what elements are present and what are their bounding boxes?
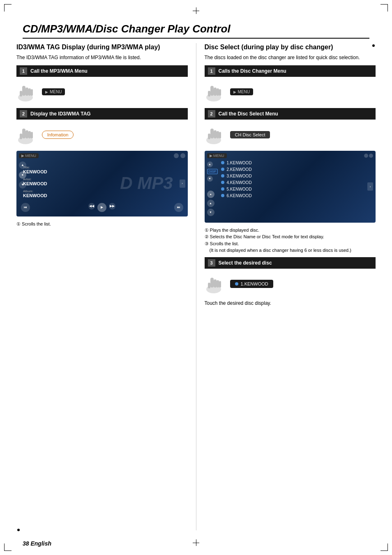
right-step1-label: Calls the Disc Changer Menu bbox=[219, 68, 286, 74]
disc-left-controls: ▲ DISP ▼ bbox=[207, 161, 218, 182]
corner-tl bbox=[4, 4, 12, 12]
svg-rect-16 bbox=[219, 89, 221, 96]
svg-rect-25 bbox=[210, 278, 214, 288]
mp3-ctrl-rew: ◀◀ bbox=[88, 203, 95, 210]
mp3-title-line: Title: KENWOOD bbox=[23, 166, 47, 174]
mp3-ctrl-ff: ▶▶ bbox=[109, 203, 115, 210]
disc-name-6: 6.KENWOOD bbox=[227, 193, 252, 198]
disc-top-icons bbox=[364, 154, 373, 158]
disc-item-6: 6.KENWOOD bbox=[219, 193, 365, 199]
svg-rect-10 bbox=[31, 132, 33, 138]
mp3-side-btn-2: ● bbox=[19, 171, 26, 179]
svg-rect-17 bbox=[208, 91, 210, 97]
disc-disp-badge: DISP bbox=[207, 169, 218, 174]
disc-btn-play: ● bbox=[207, 191, 214, 198]
mp3-side-btn-3: ▼ bbox=[19, 181, 26, 189]
svg-rect-3 bbox=[28, 88, 31, 96]
svg-rect-14 bbox=[214, 88, 217, 96]
svg-rect-11 bbox=[20, 134, 22, 139]
right-note-3b: (It is not displayed when a disc changer… bbox=[205, 247, 376, 254]
right-note-3-text: ③ Scrolls the list. bbox=[205, 240, 239, 247]
disc-item-2: 2.KENWOOD bbox=[219, 166, 365, 173]
left-step1-device: ▶ MENU bbox=[16, 80, 188, 104]
svg-rect-4 bbox=[31, 89, 33, 96]
left-step2-bar: 2 Display the ID3/WMA TAG bbox=[16, 108, 188, 120]
menu-pill-2: ▶ MENU bbox=[230, 88, 253, 95]
disc-menu-btn: ▶ MENU bbox=[207, 153, 227, 158]
svg-rect-27 bbox=[217, 280, 219, 288]
mp3-title-label: Title: bbox=[23, 166, 47, 169]
disc-btn-prev: ▲ bbox=[207, 200, 214, 207]
right-step1-bar: 1 Calls the Disc Changer Menu bbox=[205, 65, 376, 77]
mp3-artist-label: Artist: bbox=[23, 177, 47, 181]
mp3-menu-btn: ▶ MENU bbox=[19, 153, 39, 158]
main-content: ID3/WMA TAG Display (during MP3/WMA play… bbox=[16, 43, 376, 530]
right-step3-number: 3 bbox=[208, 259, 215, 267]
mp3-ctrl-play: ▶ bbox=[97, 203, 106, 212]
svg-rect-23 bbox=[208, 134, 210, 139]
left-step2-number: 2 bbox=[20, 110, 27, 117]
left-step2-device: Infomation bbox=[16, 123, 188, 147]
disc-item-5: 5.KENWOOD bbox=[219, 186, 365, 192]
corner-br bbox=[380, 543, 388, 551]
left-step2-label: Display the ID3/WMA TAG bbox=[30, 111, 91, 117]
mp3-side-btn-1: ▲ bbox=[19, 161, 26, 169]
disc-side-arrow: › bbox=[367, 182, 373, 191]
hand-icon-4 bbox=[205, 124, 225, 145]
svg-rect-22 bbox=[219, 132, 221, 138]
mp3-ctrl-next: ⏭ bbox=[174, 203, 183, 212]
right-step3-device: 1.KENWOOD bbox=[205, 272, 376, 296]
corner-bl bbox=[4, 543, 12, 551]
mp3-artist-value: KENWOOD bbox=[23, 181, 47, 186]
right-step3-label: Select the desired disc bbox=[219, 260, 272, 266]
mp3-top-bar: ▶ MENU bbox=[19, 153, 185, 158]
menu-label-1: MENU bbox=[50, 90, 62, 94]
svg-rect-21 bbox=[217, 131, 219, 138]
svg-rect-26 bbox=[214, 279, 217, 288]
mp3-album-value: KENWOOD bbox=[23, 193, 47, 198]
left-step1-control: ▶ MENU bbox=[42, 88, 65, 95]
right-note-3: ③ Scrolls the list. bbox=[205, 240, 376, 247]
disc-item-4: 4.KENWOOD bbox=[219, 180, 365, 186]
disc-bullet-5 bbox=[221, 187, 224, 191]
svg-rect-1 bbox=[22, 86, 25, 96]
right-note-2-text: ② Selects the Disc Name or Disc Text mod… bbox=[205, 233, 324, 240]
right-step2-bar: 2 Call the Disc Select Menu bbox=[205, 108, 376, 120]
disc-name-2: 2.KENWOOD bbox=[227, 167, 252, 172]
disc-top-bar: ▶ MENU bbox=[207, 153, 374, 158]
left-notes: ① Scrolls the list. bbox=[16, 221, 188, 228]
svg-rect-2 bbox=[25, 88, 28, 96]
right-step2-label: Call the Disc Select Menu bbox=[219, 111, 278, 117]
hand-icon-5 bbox=[205, 274, 225, 294]
hand-icon-3 bbox=[205, 82, 225, 102]
disc-list: 1.KENWOOD 2.KENWOOD 3.KENWOOD 4.KENWOOD bbox=[219, 160, 365, 199]
svg-rect-15 bbox=[217, 88, 219, 96]
disc-screen-mockup: ▶ MENU ▲ DISP ▼ ● ▲ ▼ bbox=[205, 151, 376, 223]
right-section-title: Disc Select (during play by disc changer… bbox=[205, 43, 376, 51]
info-pill: Infomation bbox=[42, 131, 74, 139]
right-step2-number: 2 bbox=[208, 110, 215, 117]
mp3-screen: ▶ MENU Title: KENWOOD Artist: KE bbox=[19, 153, 185, 214]
left-step1-number: 1 bbox=[20, 67, 27, 75]
svg-rect-29 bbox=[208, 283, 210, 288]
mp3-title-value: KENWOOD bbox=[23, 169, 47, 174]
disc-bullet-6 bbox=[221, 194, 224, 197]
right-column: Disc Select (during play by disc changer… bbox=[196, 43, 376, 530]
disc-name-1: 1.KENWOOD bbox=[227, 161, 252, 165]
mp3-icon-1 bbox=[174, 153, 179, 158]
crosshair-bottom-icon bbox=[193, 539, 199, 546]
disc-icon-1 bbox=[364, 154, 368, 158]
mp3-ctrl-center: ◀◀ ▶ ▶▶ bbox=[88, 203, 115, 212]
right-step3-bar: 3 Select the desired disc bbox=[205, 257, 376, 269]
right-note-3b-text: (It is not displayed when a disc changer… bbox=[210, 247, 351, 254]
mp3-screen-mockup: ▶ MENU Title: KENWOOD Artist: KE bbox=[16, 151, 188, 216]
left-note-1: ① Scrolls the list. bbox=[16, 221, 188, 228]
disc-name-3: 3.KENWOOD bbox=[227, 174, 252, 178]
page-footer: 38 English bbox=[23, 540, 51, 547]
mp3-album-line: Album: KENWOOD bbox=[23, 189, 47, 198]
right-step1-device: ▶ MENU bbox=[205, 80, 376, 104]
mp3-info: Title: KENWOOD Artist: KENWOOD Album: KE… bbox=[23, 166, 47, 201]
right-section-desc: The discs loaded on the disc changer are… bbox=[205, 54, 376, 61]
disc-ctrl-up: ▲ bbox=[207, 161, 213, 167]
disc-screen: ▶ MENU ▲ DISP ▼ ● ▲ ▼ bbox=[207, 153, 374, 220]
